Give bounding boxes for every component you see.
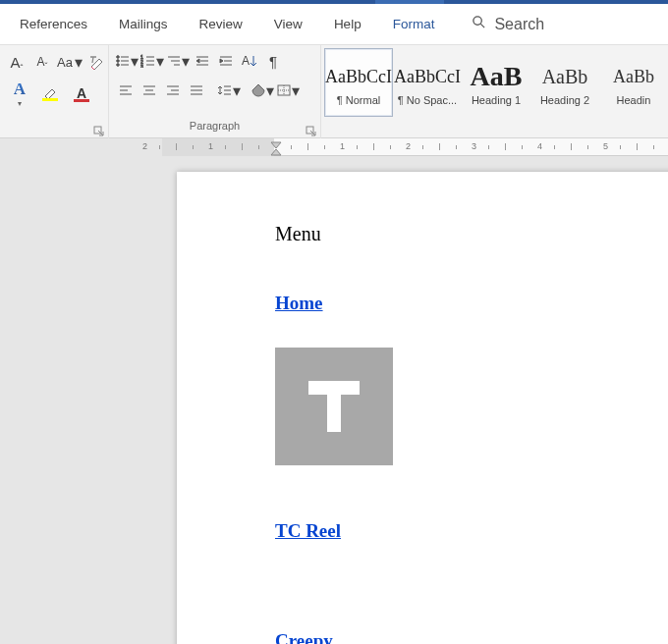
paragraph-group: ▾ 123▾ ▾ A ¶ ▾ ▾ ▾ Paragraph: [109, 45, 321, 138]
font-color-button[interactable]: A: [67, 81, 96, 105]
tab-view[interactable]: View: [258, 4, 318, 45]
doc-link-home[interactable]: Home: [275, 293, 668, 314]
style-item-4[interactable]: AaBbHeadin: [599, 48, 668, 117]
numbering-button[interactable]: 123▾: [140, 49, 164, 73]
tab-review[interactable]: Review: [184, 4, 258, 45]
tab-mailings[interactable]: Mailings: [103, 4, 184, 45]
shading-button[interactable]: ▾: [250, 79, 274, 102]
search-box[interactable]: Search: [450, 15, 544, 33]
search-icon: [472, 15, 486, 33]
increase-indent-button[interactable]: [215, 49, 237, 73]
title-bar-tab: [375, 0, 444, 4]
bullets-button[interactable]: ▾: [115, 49, 139, 73]
placeholder-t-icon: [308, 381, 360, 432]
align-left-button[interactable]: [115, 79, 137, 102]
doc-text-menu[interactable]: Menu: [275, 223, 668, 245]
svg-point-5: [117, 64, 120, 67]
clear-formatting-button[interactable]: [86, 50, 108, 74]
svg-point-3: [117, 56, 120, 59]
svg-point-0: [473, 17, 481, 25]
menu-bar: References Mailings Review View Help For…: [0, 4, 668, 45]
align-center-button[interactable]: [139, 79, 160, 102]
svg-line-1: [481, 24, 485, 27]
tab-help[interactable]: Help: [318, 4, 377, 45]
highlight-button[interactable]: [35, 81, 65, 105]
font-dialog-launcher[interactable]: [93, 124, 105, 135]
style-item-1[interactable]: AaBbCcI¶ No Spac...: [393, 48, 462, 117]
workspace: 2112345678 Menu Home TC Reel Creepy: [0, 138, 668, 644]
text-effects-button[interactable]: A ▾: [6, 81, 33, 105]
tab-references[interactable]: References: [4, 4, 103, 45]
doc-link-creepy[interactable]: Creepy: [275, 630, 668, 644]
sort-button[interactable]: A: [239, 49, 260, 73]
svg-text:3: 3: [140, 64, 143, 68]
change-case-button[interactable]: Aa▾: [57, 50, 83, 74]
tab-format[interactable]: Format: [377, 4, 451, 45]
image-placeholder[interactable]: [275, 348, 393, 465]
line-spacing-button[interactable]: ▾: [217, 79, 241, 102]
search-label: Search: [494, 16, 544, 33]
style-item-3[interactable]: AaBbHeading 2: [530, 48, 599, 117]
decrease-indent-button[interactable]: [192, 49, 213, 73]
paragraph-dialog-launcher[interactable]: [306, 124, 317, 135]
style-item-2[interactable]: AaBHeading 1: [462, 48, 530, 117]
justify-button[interactable]: [186, 79, 207, 102]
multilevel-list-button[interactable]: ▾: [166, 49, 190, 73]
style-item-0[interactable]: AaBbCcI¶ Normal: [324, 48, 393, 117]
show-marks-button[interactable]: ¶: [262, 49, 284, 73]
borders-button[interactable]: ▾: [276, 79, 300, 102]
doc-link-tcreel[interactable]: TC Reel: [275, 520, 668, 542]
horizontal-ruler[interactable]: 2112345678: [162, 138, 668, 156]
svg-point-4: [117, 60, 120, 63]
ribbon: Aˆ Aˇ Aa▾ A ▾ A: [0, 45, 668, 138]
style-gallery[interactable]: AaBbCcI¶ NormalAaBbCcI¶ No Spac...AaBHea…: [321, 45, 668, 117]
styles-group: AaBbCcI¶ NormalAaBbCcI¶ No Spac...AaBHea…: [321, 45, 668, 138]
grow-font-button[interactable]: Aˆ: [6, 50, 28, 74]
shrink-font-button[interactable]: Aˇ: [31, 50, 53, 74]
document-page[interactable]: Menu Home TC Reel Creepy: [177, 172, 668, 644]
indent-marker-icon[interactable]: [270, 138, 282, 156]
font-group: Aˆ Aˇ Aa▾ A ▾ A: [0, 45, 109, 138]
align-right-button[interactable]: [162, 79, 184, 102]
paragraph-group-label: Paragraph: [109, 119, 320, 136]
